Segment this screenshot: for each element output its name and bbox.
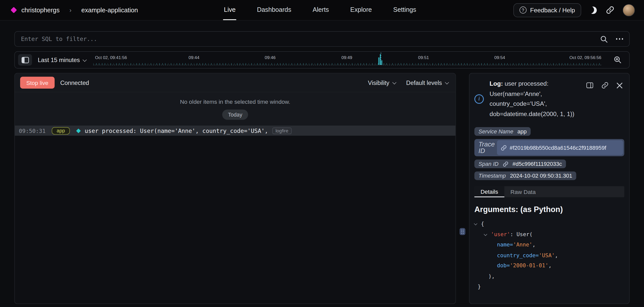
time-tick-label: Oct 02, 09:56:56 bbox=[569, 55, 601, 60]
span-id-value[interactable]: #d5c996f11192033c bbox=[512, 161, 562, 167]
tab-details[interactable]: Details bbox=[474, 186, 504, 197]
link-icon bbox=[601, 82, 609, 89]
trace-id-pill: Trace ID #f2019b98b550cd8a61546c2f918895… bbox=[474, 139, 624, 156]
panel-left-icon bbox=[21, 56, 29, 63]
service-badge[interactable]: app bbox=[52, 127, 70, 134]
nav-tab-explore[interactable]: Explore bbox=[349, 0, 373, 20]
service-name-pill: Service Name app bbox=[474, 127, 531, 136]
attribute-value: app bbox=[517, 128, 527, 134]
nav-tab-settings[interactable]: Settings bbox=[392, 0, 417, 20]
code-token: name= bbox=[497, 242, 513, 248]
code-token: 'USA' bbox=[539, 252, 555, 258]
code-line: } bbox=[474, 281, 624, 292]
copy-link-button[interactable] bbox=[600, 81, 610, 90]
code-token: ), bbox=[488, 273, 495, 279]
moon-icon bbox=[588, 5, 598, 15]
today-button[interactable]: Today bbox=[222, 110, 248, 120]
top-navbar: christophergs › example-application Live… bbox=[0, 0, 644, 21]
code-line: country_code='USA', bbox=[474, 250, 624, 261]
close-panel-button[interactable] bbox=[616, 81, 623, 90]
code-token: country_code= bbox=[497, 252, 539, 258]
share-link-button[interactable] bbox=[605, 5, 615, 15]
timeline[interactable]: Oct 02, 09:41:56 09:44 09:46 09:49 09:51… bbox=[93, 52, 601, 68]
attribute-label: Service Name bbox=[478, 128, 513, 134]
detail-actions bbox=[585, 81, 624, 90]
collapse-caret-icon[interactable] bbox=[484, 232, 487, 236]
help-icon: ? bbox=[519, 7, 527, 14]
log-row[interactable]: 09:50:31 app user processed: User(name='… bbox=[15, 126, 456, 136]
dock-panel-button[interactable] bbox=[585, 81, 594, 90]
time-tick-label: 09:44 bbox=[189, 55, 199, 60]
tab-raw-data[interactable]: Raw Data bbox=[504, 186, 542, 197]
event-histogram-spike bbox=[378, 54, 382, 65]
chevron-down-icon bbox=[445, 80, 449, 84]
user-avatar[interactable] bbox=[623, 4, 635, 16]
more-options-button[interactable] bbox=[615, 37, 624, 40]
nav-tab-alerts[interactable]: Alerts bbox=[312, 0, 330, 20]
panel-resize-handle[interactable] bbox=[460, 228, 465, 235]
feedback-help-button[interactable]: ? Feedback / Help bbox=[513, 3, 581, 17]
chevron-down-icon bbox=[83, 58, 87, 62]
log-detail-panel: i Log: user processed: User(name='Anne',… bbox=[469, 73, 629, 304]
attribute-label: Span ID bbox=[478, 161, 499, 167]
timeline-cursor bbox=[381, 53, 381, 65]
sql-filter-bar bbox=[14, 31, 630, 47]
default-levels-dropdown[interactable]: Default levels bbox=[406, 79, 448, 86]
visibility-dropdown[interactable]: Visibility bbox=[368, 79, 396, 86]
nav-tab-dashboards[interactable]: Dashboards bbox=[256, 0, 292, 20]
sql-filter-input[interactable] bbox=[20, 35, 595, 42]
detail-tabs: Details Raw Data bbox=[474, 186, 624, 197]
breadcrumb-project[interactable]: example-application bbox=[81, 6, 138, 14]
empty-window-notice: No older items in the selected time wind… bbox=[15, 98, 456, 105]
code-token: } bbox=[478, 283, 481, 289]
chevron-down-icon bbox=[392, 80, 396, 84]
arguments-code: {'user': User(name='Anne',country_code='… bbox=[474, 219, 624, 292]
code-token: '2000-01-01' bbox=[510, 263, 548, 269]
code-token: , bbox=[555, 252, 558, 258]
search-button[interactable] bbox=[599, 34, 609, 44]
live-panel-top: Stop live Connected Visibility Default l… bbox=[15, 73, 456, 125]
trace-id-value: #f2019b98b550cd8a61546c2f9188959f bbox=[510, 145, 606, 151]
navbar-actions: ? Feedback / Help bbox=[513, 3, 635, 17]
link-icon bbox=[606, 6, 614, 14]
breadcrumb-org[interactable]: christophergs bbox=[21, 6, 60, 14]
sidebar-toggle-button[interactable] bbox=[18, 54, 32, 66]
panel-resize-gutter bbox=[456, 73, 469, 304]
stop-live-button[interactable]: Stop live bbox=[20, 77, 55, 88]
trace-id-link[interactable]: #f2019b98b550cd8a61546c2f9188959f bbox=[497, 140, 623, 155]
main-nav: Live Dashboards Alerts Explore Settings bbox=[223, 0, 417, 20]
log-attributes: Service Name app Trace ID bbox=[474, 127, 624, 180]
detail-title: Log: user processed: User(name='Anne', c… bbox=[490, 79, 585, 119]
live-toolbar: Stop live Connected Visibility Default l… bbox=[15, 73, 456, 92]
arguments-heading: Arguments: (as Python) bbox=[474, 205, 624, 214]
info-icon: i bbox=[474, 94, 484, 104]
visibility-label: Visibility bbox=[368, 79, 389, 86]
time-tick-label: 09:49 bbox=[341, 55, 352, 60]
zoom-in-button[interactable] bbox=[611, 55, 624, 64]
empty-window-section: No older items in the selected time wind… bbox=[15, 92, 456, 125]
code-line: dob='2000-01-01', bbox=[474, 261, 624, 271]
logfire-logo-icon[interactable] bbox=[11, 7, 17, 13]
time-range-label: Last 15 minutes bbox=[38, 57, 80, 63]
ellipsis-icon bbox=[616, 38, 623, 40]
dark-mode-toggle[interactable] bbox=[589, 6, 598, 15]
logfire-tag[interactable]: logfire bbox=[272, 127, 292, 134]
log-list-empty-area bbox=[15, 136, 456, 303]
timestamp-value: 2024-10-02 09:50:31.301 bbox=[510, 173, 572, 179]
code-token: dob= bbox=[497, 263, 510, 269]
close-icon bbox=[617, 82, 623, 88]
live-toolbar-dropdowns: Visibility Default levels bbox=[368, 79, 448, 86]
live-log-panel: Stop live Connected Visibility Default l… bbox=[14, 73, 456, 304]
code-line: name='Anne', bbox=[474, 239, 624, 250]
time-range-dropdown[interactable]: Last 15 minutes bbox=[38, 57, 86, 63]
collapse-caret-icon[interactable] bbox=[474, 222, 477, 225]
nav-tab-live[interactable]: Live bbox=[223, 0, 236, 20]
zoom-in-icon bbox=[614, 56, 622, 64]
sql-bar-actions bbox=[599, 34, 624, 44]
code-token: , bbox=[548, 263, 552, 269]
attribute-label: Timestamp bbox=[478, 173, 506, 179]
feedback-help-label: Feedback / Help bbox=[530, 7, 575, 14]
search-icon bbox=[600, 35, 608, 43]
time-range-bar: Last 15 minutes Oct 02, 09:41:56 09:44 0… bbox=[14, 51, 630, 69]
time-tick-label: 09:46 bbox=[265, 55, 275, 60]
